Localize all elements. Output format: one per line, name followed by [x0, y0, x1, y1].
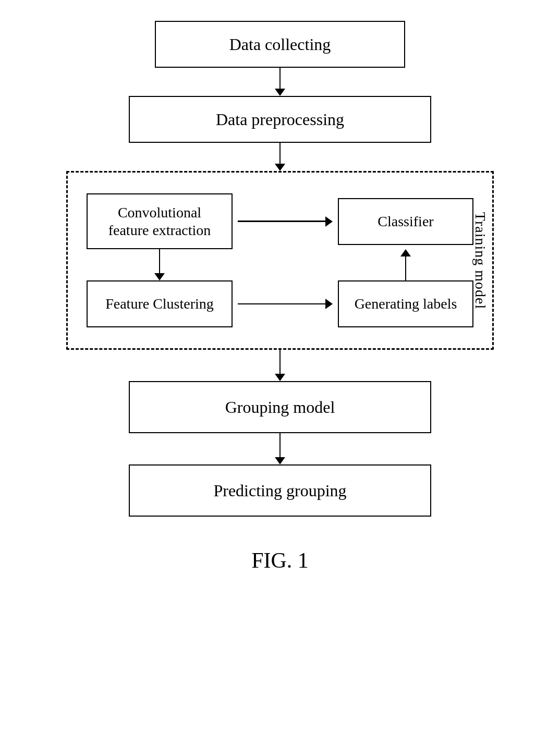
arrow-head — [275, 164, 285, 171]
arrow-clustering-to-genlabels — [233, 299, 338, 309]
figure-label: FIG. 1 — [251, 548, 309, 573]
predicting-grouping-box: Predicting grouping — [129, 464, 431, 517]
grouping-model-label: Grouping model — [225, 397, 335, 417]
clustering-cell: Feature Clustering — [87, 280, 233, 327]
predicting-grouping-label: Predicting grouping — [213, 481, 346, 500]
training-grid: Convolutionalfeature extraction Classifi… — [87, 193, 473, 327]
conv-feature-box: Convolutionalfeature extraction — [87, 193, 233, 249]
generating-labels-box: Generating labels — [338, 280, 473, 327]
arrow-line — [279, 350, 281, 374]
generating-labels-label: Generating labels — [355, 295, 457, 313]
training-model-wrapper: Training model Convolutionalfeature extr… — [66, 171, 494, 350]
arrow-line — [279, 143, 281, 164]
classifier-label: Classifier — [378, 213, 433, 230]
arrow-line — [279, 68, 281, 89]
arrow-head-right — [325, 216, 333, 227]
training-model-label: Training model — [472, 212, 489, 309]
arrow-h-line — [238, 221, 325, 222]
arrow-train-to-grouping — [275, 350, 285, 381]
data-preprocessing-label: Data preprocessing — [216, 109, 344, 129]
arrow-up-inner — [400, 249, 411, 280]
arrow-head — [154, 273, 165, 280]
arrow-head — [275, 89, 285, 96]
arrow-line — [279, 433, 281, 457]
arrow-line — [405, 256, 407, 280]
arrow-down-inner — [154, 249, 165, 280]
classifier-box: Classifier — [338, 198, 473, 245]
arrow-head-up — [400, 249, 411, 256]
diagram-container: Data collecting Data preprocessing Train… — [45, 21, 515, 589]
arrow-head — [275, 457, 285, 464]
gen-labels-cell: Generating labels — [338, 280, 473, 327]
arrow-genlabels-to-classifier — [338, 249, 473, 280]
arrow-conv-to-classifier — [233, 216, 338, 227]
grouping-model-box: Grouping model — [129, 381, 431, 433]
feature-clustering-label: Feature Clustering — [105, 295, 214, 313]
data-collecting-box: Data collecting — [155, 21, 405, 68]
conv-feature-label: Convolutionalfeature extraction — [108, 204, 211, 239]
arrow-grouping-to-predicting — [275, 433, 285, 464]
feature-clustering-box: Feature Clustering — [87, 280, 233, 327]
classifier-cell: Classifier — [338, 198, 473, 245]
arrow-dc-to-dp — [275, 68, 285, 96]
arrow-dp-to-train — [275, 143, 285, 171]
arrow-conv-to-clustering — [87, 249, 233, 280]
arrow-head — [275, 374, 285, 381]
conv-cell: Convolutionalfeature extraction — [87, 193, 233, 249]
arrow-h-line — [238, 303, 325, 305]
data-collecting-label: Data collecting — [229, 34, 331, 54]
arrow-head-right — [325, 299, 333, 309]
arrow-line — [159, 249, 161, 273]
data-preprocessing-box: Data preprocessing — [129, 96, 431, 143]
